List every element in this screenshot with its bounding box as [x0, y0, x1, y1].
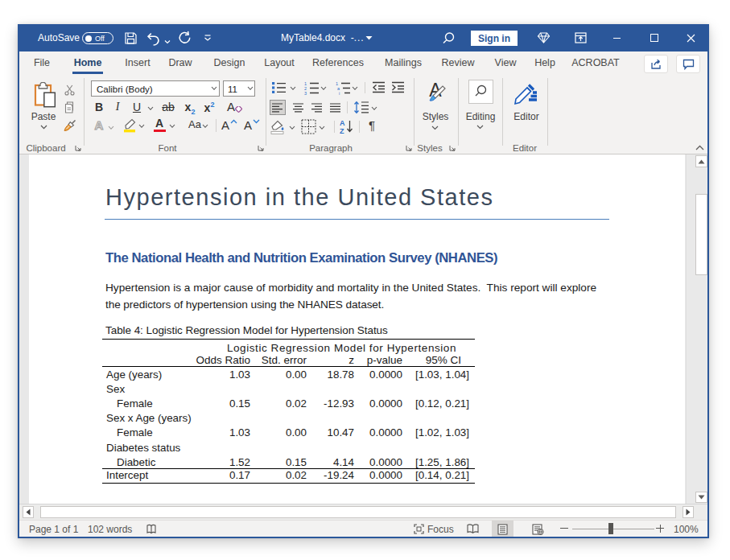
- svg-text:i: i: [339, 91, 340, 96]
- svg-text:Z: Z: [340, 127, 344, 134]
- svg-text:A: A: [340, 119, 345, 127]
- svg-text:3: 3: [304, 91, 307, 96]
